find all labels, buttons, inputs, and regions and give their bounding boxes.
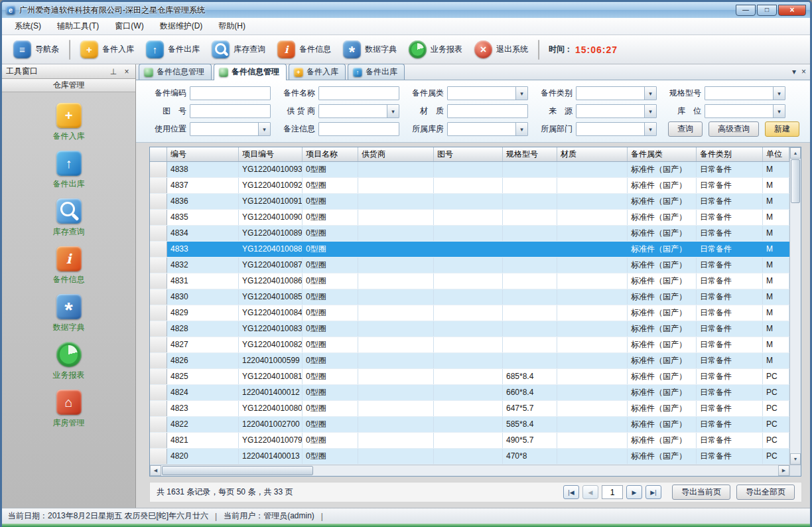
search-action-button[interactable]: 查询 (668, 121, 703, 137)
table-cell[interactable]: YG12204010085 (239, 289, 303, 305)
sidebar-item[interactable]: 数据字典 (2, 294, 135, 333)
table-cell[interactable]: 0型圈 (303, 385, 358, 400)
table-cell[interactable] (503, 162, 557, 177)
table-cell[interactable]: 日常备件 (697, 305, 763, 321)
table-cell[interactable] (434, 353, 503, 368)
table-cell[interactable]: 标准件（国产） (628, 369, 697, 384)
table-cell[interactable] (358, 321, 434, 337)
row-header[interactable] (150, 305, 167, 321)
pin-icon[interactable]: ⊥ (109, 67, 118, 76)
table-cell[interactable]: 4837 (167, 178, 239, 193)
next-page-button[interactable]: ▶ (626, 485, 642, 499)
table-cell[interactable]: M (763, 337, 789, 352)
form-field-control[interactable] (190, 122, 271, 136)
table-cell[interactable] (358, 385, 434, 400)
table-cell[interactable] (434, 385, 503, 400)
table-cell[interactable] (434, 178, 503, 193)
table-cell[interactable] (358, 178, 434, 193)
table-cell[interactable] (434, 449, 503, 464)
table-cell[interactable] (358, 353, 434, 368)
table-cell[interactable]: 日常备件 (697, 401, 763, 416)
table-cell[interactable]: 4838 (167, 162, 239, 177)
sidebar-item[interactable]: 业务报表 (2, 342, 135, 381)
table-cell[interactable]: 0型圈 (303, 194, 358, 209)
tab[interactable]: 备件信息管理 (139, 64, 212, 80)
column-header[interactable]: 单位 (763, 147, 789, 161)
row-header[interactable] (150, 369, 167, 384)
table-cell[interactable] (557, 353, 628, 368)
table-cell[interactable]: 4829 (167, 305, 239, 321)
row-header[interactable] (150, 401, 167, 416)
table-cell[interactable]: 0型圈 (303, 433, 358, 448)
table-cell[interactable] (557, 417, 628, 432)
scroll-up-icon[interactable]: ▲ (790, 147, 801, 159)
table-cell[interactable] (358, 289, 434, 305)
table-row[interactable]: 4838 YG12204010093 0型圈 (150, 162, 789, 178)
table-cell[interactable]: 标准件（国产） (628, 449, 697, 464)
column-header[interactable]: 材质 (557, 147, 628, 161)
table-cell[interactable]: YG12204010086 (239, 273, 303, 289)
toolbar-button[interactable]: 备件出库 (140, 38, 206, 61)
vertical-scroll-thumb[interactable] (791, 159, 800, 203)
table-cell[interactable] (503, 226, 557, 241)
column-header[interactable]: 图号 (434, 147, 503, 161)
form-field-control[interactable] (576, 122, 657, 136)
toolbar-button[interactable]: 退出系统 (468, 38, 534, 61)
row-header[interactable] (150, 273, 167, 289)
table-cell[interactable]: 0型圈 (303, 162, 358, 177)
table-cell[interactable] (557, 273, 628, 289)
column-header[interactable]: 备件类别 (697, 147, 763, 161)
table-cell[interactable]: 标准件（国产） (628, 242, 697, 257)
table-row[interactable]: 4829 YG12204010084 0型圈 (150, 305, 789, 321)
table-cell[interactable]: 标准件（国产） (628, 273, 697, 289)
table-cell[interactable]: 4834 (167, 226, 239, 241)
table-cell[interactable]: YG12204010080 (239, 401, 303, 416)
table-cell[interactable]: 日常备件 (697, 369, 763, 384)
table-cell[interactable]: 4831 (167, 273, 239, 289)
table-cell[interactable] (434, 273, 503, 289)
sidebar-item[interactable]: 备件信息 (2, 246, 135, 285)
table-cell[interactable]: 日常备件 (697, 162, 763, 177)
table-cell[interactable] (557, 433, 628, 448)
table-cell[interactable]: PC (763, 369, 789, 384)
table-cell[interactable]: YG12204010079 (239, 433, 303, 448)
table-row[interactable]: 4828 YG12204010083 0型圈 (150, 321, 789, 337)
table-cell[interactable]: YG12204010081 (239, 369, 303, 384)
sidebar-item[interactable]: 备件出库 (2, 151, 135, 190)
table-cell[interactable]: 0型圈 (303, 242, 358, 257)
table-cell[interactable]: 4828 (167, 321, 239, 337)
form-field-control[interactable] (318, 104, 399, 118)
table-cell[interactable]: 日常备件 (697, 194, 763, 209)
row-header[interactable] (150, 226, 167, 241)
table-cell[interactable]: 日常备件 (697, 449, 763, 464)
row-header[interactable] (150, 337, 167, 352)
table-cell[interactable]: 660*8.4 (503, 385, 557, 400)
form-field-control[interactable] (576, 104, 657, 118)
table-cell[interactable]: 470*8 (503, 449, 557, 464)
table-cell[interactable] (503, 289, 557, 305)
sidebar-item[interactable]: 备件入库 (2, 103, 135, 142)
table-cell[interactable] (358, 273, 434, 289)
toolbar-button[interactable]: 业务报表 (403, 38, 468, 61)
table-cell[interactable] (358, 242, 434, 257)
table-cell[interactable] (358, 194, 434, 209)
panel-close-icon[interactable]: × (122, 67, 131, 76)
menu-item[interactable]: 数据维护(D) (153, 19, 210, 34)
form-field-control[interactable] (190, 104, 271, 118)
table-cell[interactable]: 0型圈 (303, 369, 358, 384)
table-cell[interactable]: 标准件（国产） (628, 289, 697, 305)
table-cell[interactable]: M (763, 226, 789, 241)
table-cell[interactable] (503, 178, 557, 193)
table-cell[interactable] (503, 353, 557, 368)
table-row[interactable]: 4830 YG12204010085 0型圈 (150, 289, 789, 305)
table-cell[interactable] (434, 369, 503, 384)
table-cell[interactable] (557, 178, 628, 193)
table-cell[interactable] (358, 369, 434, 384)
table-cell[interactable] (434, 242, 503, 257)
table-cell[interactable] (557, 289, 628, 305)
table-cell[interactable]: 0型圈 (303, 417, 358, 432)
column-header[interactable]: 编号 (167, 147, 239, 161)
table-row[interactable]: 4837 YG12204010092 0型圈 (150, 178, 789, 194)
row-header[interactable] (150, 210, 167, 225)
table-row[interactable]: 4832 YG12204010087 0型圈 (150, 258, 789, 273)
